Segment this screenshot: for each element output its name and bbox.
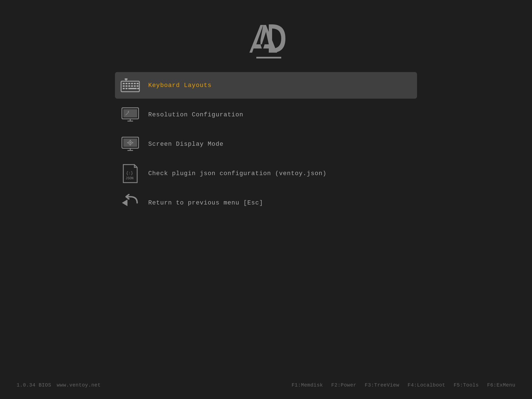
svg-rect-2 xyxy=(269,24,272,53)
menu-item-keyboard-layouts[interactable]: Keyboard Layouts xyxy=(115,72,417,99)
menu-item-check-plugin-json[interactable]: {:} JSON Check plugin json configuration… xyxy=(115,160,417,187)
shortcut-f4[interactable]: F4:Localboot xyxy=(408,382,445,388)
svg-rect-16 xyxy=(137,85,139,87)
footer: 1.0.34 BIOS www.ventoy.net F1:Memdisk F2… xyxy=(0,382,532,388)
monitor-gear-icon xyxy=(121,136,140,152)
footer-left: 1.0.34 BIOS www.ventoy.net xyxy=(17,382,101,388)
svg-rect-11 xyxy=(123,85,125,87)
svg-rect-13 xyxy=(128,85,130,87)
svg-rect-33 xyxy=(130,140,131,141)
svg-point-32 xyxy=(129,142,131,144)
shortcut-f5[interactable]: F5:Tools xyxy=(454,382,479,388)
svg-rect-3 xyxy=(256,57,281,58)
svg-rect-34 xyxy=(130,144,131,145)
svg-rect-9 xyxy=(134,83,136,84)
svg-rect-35 xyxy=(127,142,128,143)
menu-container: Keyboard Layouts Resolution Configuratio… xyxy=(109,72,423,216)
keyboard-icon xyxy=(121,77,140,94)
monitor-icon xyxy=(121,106,140,123)
shortcut-f6[interactable]: F6:ExMenu xyxy=(487,382,515,388)
return-previous-label: Return to previous menu [Esc] xyxy=(148,200,263,206)
version-label: 1.0.34 BIOS xyxy=(17,382,51,388)
svg-text:JSON: JSON xyxy=(126,177,134,180)
menu-item-return-previous[interactable]: Return to previous menu [Esc] xyxy=(115,190,417,216)
menu-item-screen-display-mode[interactable]: Screen Display Mode xyxy=(115,131,417,157)
keyboard-layouts-label: Keyboard Layouts xyxy=(148,82,212,89)
svg-rect-18 xyxy=(126,88,127,89)
logo-container xyxy=(0,0,532,72)
svg-rect-36 xyxy=(132,142,133,143)
screen-display-mode-label: Screen Display Mode xyxy=(148,141,224,148)
check-plugin-json-label: Check plugin json configuration (ventoy.… xyxy=(148,170,327,177)
menu-item-resolution-configuration[interactable]: Resolution Configuration xyxy=(115,101,417,128)
shortcut-f2[interactable]: F2:Power xyxy=(331,382,357,388)
svg-rect-24 xyxy=(123,109,137,117)
ventoy-logo xyxy=(241,17,291,61)
svg-rect-5 xyxy=(123,83,125,84)
svg-rect-14 xyxy=(131,85,133,87)
svg-rect-20 xyxy=(137,88,139,89)
resolution-configuration-label: Resolution Configuration xyxy=(148,111,243,118)
shortcut-f1[interactable]: F1:Memdisk xyxy=(291,382,323,388)
svg-rect-17 xyxy=(123,88,125,89)
footer-shortcuts: F1:Memdisk F2:Power F3:TreeView F4:Local… xyxy=(291,382,515,388)
svg-rect-10 xyxy=(137,83,139,84)
svg-marker-41 xyxy=(122,200,127,206)
svg-rect-7 xyxy=(128,83,130,84)
svg-rect-8 xyxy=(131,83,133,84)
svg-rect-12 xyxy=(126,85,127,87)
svg-rect-19 xyxy=(128,88,137,89)
svg-rect-22 xyxy=(125,78,127,80)
svg-text:{:}: {:} xyxy=(126,171,133,175)
shortcut-f3[interactable]: F3:TreeView xyxy=(365,382,399,388)
svg-rect-15 xyxy=(134,85,136,87)
website-label: www.ventoy.net xyxy=(57,382,101,388)
json-icon: {:} JSON xyxy=(121,165,140,182)
back-arrow-icon xyxy=(121,195,140,211)
svg-rect-6 xyxy=(126,83,127,84)
